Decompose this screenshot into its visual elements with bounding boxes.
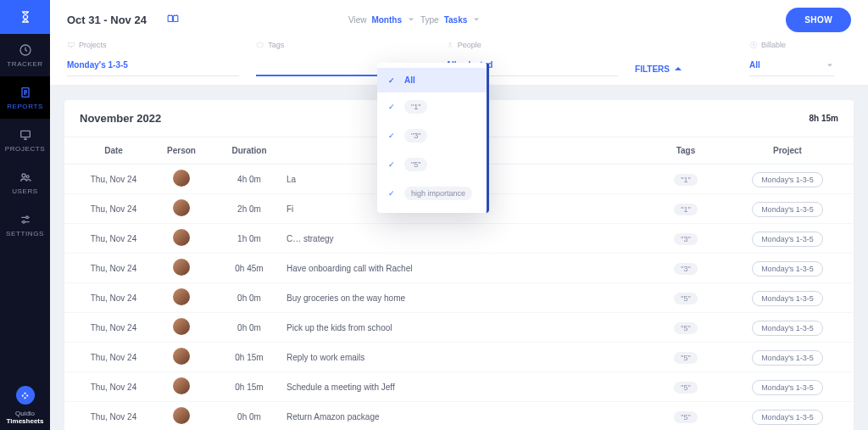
logo-icon [0, 0, 50, 34]
cell-duration: 0h 15m [215, 353, 283, 362]
cell-tags: "5" [635, 353, 737, 362]
tags-dropdown: ✓ All ✓"1" ✓"3" ✓"5" ✓high importance [377, 63, 489, 213]
cell-tags: "3" [635, 264, 737, 273]
svg-point-6 [22, 221, 25, 223]
nav-label: USERS [12, 187, 38, 195]
cell-date: Thu, Nov 24 [80, 264, 147, 273]
report-title: November 2022 [80, 112, 161, 125]
tags-option[interactable]: ✓"5" [377, 150, 487, 179]
table-row[interactable]: Thu, Nov 240h 15mSchedule a meeting with… [64, 372, 854, 402]
cell-date: Thu, Nov 24 [80, 383, 147, 392]
people-icon [446, 41, 454, 49]
cell-duration: 0h 0m [215, 293, 283, 303]
cell-tags: "5" [635, 293, 737, 303]
cell-project: Monday's 1-3-5 [737, 323, 838, 332]
svg-rect-9 [69, 43, 75, 47]
billable-value[interactable]: All [749, 54, 834, 76]
table-row[interactable]: Thu, Nov 241h 0mC… strategy"3"Monday's 1… [64, 224, 854, 254]
cell-duration: 4h 0m [215, 175, 283, 184]
view-select[interactable]: Months [371, 15, 415, 25]
projects-value[interactable]: Monday's 1-3-5 [67, 54, 239, 76]
table-row[interactable]: Thu, Nov 240h 0mReturn Amazon package"5"… [64, 402, 854, 430]
nav-settings[interactable]: SETTINGS [0, 204, 50, 246]
cell-date: Thu, Nov 24 [80, 293, 147, 303]
cell-task: Have onboarding call with Rachel [283, 264, 635, 273]
nav-projects[interactable]: PROJECTS [0, 119, 50, 161]
filters-toggle[interactable]: FILTERS [635, 64, 682, 74]
board-icon [19, 128, 32, 142]
avatar [173, 199, 190, 216]
report-icon [19, 86, 32, 99]
col-date-head: Date [80, 146, 147, 155]
cell-person [147, 407, 215, 426]
nav-users[interactable]: USERS [0, 161, 50, 204]
avatar [173, 288, 190, 305]
svg-rect-7 [168, 16, 172, 22]
view-label: View [348, 15, 367, 25]
users-icon [19, 170, 32, 184]
filter-projects[interactable]: Projects Monday's 1-3-5 [67, 36, 239, 76]
cell-project: Monday's 1-3-5 [737, 353, 838, 362]
cell-project: Monday's 1-3-5 [737, 175, 838, 184]
check-icon: ✓ [387, 131, 396, 140]
nav-reports[interactable]: REPORTS [0, 76, 50, 119]
col-person-head: Person [147, 146, 215, 155]
nav-label: SETTINGS [6, 230, 44, 237]
billable-icon [749, 41, 758, 49]
tags-option[interactable]: ✓high importance [377, 179, 487, 208]
option-label: All [404, 75, 415, 85]
filter-billable[interactable]: Billable All [749, 36, 834, 76]
nav-tracker[interactable]: TRACKER [0, 34, 50, 76]
cell-duration: 0h 15m [215, 383, 283, 392]
clock-icon [19, 43, 32, 57]
cell-person [147, 377, 215, 396]
cell-tags: "3" [635, 234, 737, 243]
avatar [173, 348, 190, 365]
option-label: "3" [404, 129, 427, 142]
cell-task: Schedule a meeting with Jeff [283, 383, 635, 392]
cell-date: Thu, Nov 24 [80, 175, 147, 184]
cell-project: Monday's 1-3-5 [737, 412, 838, 422]
check-icon: ✓ [387, 160, 396, 169]
table-row[interactable]: Thu, Nov 240h 15mReply to work emails"5"… [64, 343, 854, 372]
type-select[interactable]: Tasks [444, 15, 481, 25]
cell-person [147, 170, 215, 188]
cell-person [147, 229, 215, 248]
show-button[interactable]: SHOW [786, 8, 851, 32]
cell-task: Buy groceries on the way home [283, 293, 635, 303]
svg-point-4 [26, 175, 29, 177]
cell-date: Thu, Nov 24 [80, 353, 147, 362]
cell-tags: "5" [635, 383, 737, 392]
guide-icon [16, 386, 35, 405]
check-icon: ✓ [387, 189, 396, 198]
nav: TRACKER REPORTS PROJECTS USERS SETTINGS [0, 34, 50, 246]
cell-person [147, 259, 215, 277]
nav-label: PROJECTS [5, 145, 45, 153]
table-row[interactable]: Thu, Nov 240h 0mBuy groceries on the way… [64, 283, 854, 313]
avatar [173, 229, 190, 246]
cell-project: Monday's 1-3-5 [737, 293, 838, 303]
guide-label: Quidlo [7, 410, 44, 417]
calendar-range-icon[interactable] [167, 14, 179, 25]
tags-option[interactable]: ✓"1" [377, 92, 487, 121]
guide-link[interactable]: Quidlo Timesheets [7, 386, 44, 430]
tags-option[interactable]: ✓"3" [377, 121, 487, 150]
sidebar: TRACKER REPORTS PROJECTS USERS SETTINGS … [0, 0, 50, 430]
table-row[interactable]: Thu, Nov 240h 0mPick up the kids from sc… [64, 313, 854, 343]
avatar [173, 259, 190, 276]
cell-project: Monday's 1-3-5 [737, 204, 838, 214]
date-range[interactable]: Oct 31 - Nov 24 [67, 14, 147, 26]
col-tags-head: Tags [635, 146, 737, 155]
cell-project: Monday's 1-3-5 [737, 264, 838, 273]
col-project-head: Project [737, 146, 838, 155]
tags-option-all[interactable]: ✓ All [377, 68, 487, 92]
svg-rect-2 [20, 131, 30, 137]
cell-person [147, 348, 215, 366]
cell-person [147, 288, 215, 307]
avatar [173, 318, 190, 335]
cell-task: Pick up the kids from school [283, 323, 635, 332]
cell-task: Return Amazon package [283, 412, 635, 422]
cell-person [147, 199, 215, 218]
cell-date: Thu, Nov 24 [80, 234, 147, 243]
table-row[interactable]: Thu, Nov 240h 45mHave onboarding call wi… [64, 254, 854, 283]
